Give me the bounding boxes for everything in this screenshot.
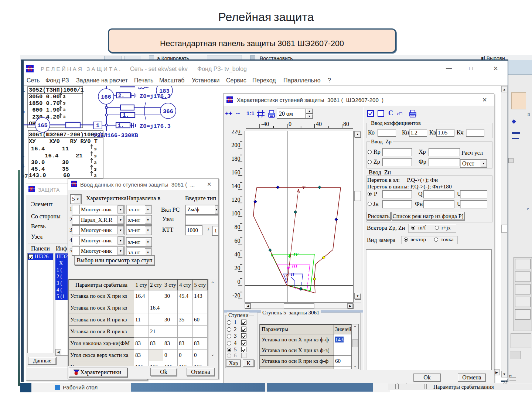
svg-text:Z0=j176.3: Z0=j176.3 [140,123,171,130]
svg-text:3052(ТЗНП)1000/1: 3052(ТЗНП)1000/1 [29,87,84,93]
svg-text:-40: -40 [261,121,269,127]
svg-text:30.0 30: 30.0 30 [31,159,69,166]
svg-text:3061(ШЭ2607-200)1000/1: 3061(ШЭ2607-200)1000/1 [29,132,105,138]
svg-text:143.0 60: 143.0 60 [29,172,70,179]
svg-text:э: э [24,109,25,115]
svg-text:40: 40 [235,251,241,258]
svg-text:60: 60 [235,238,241,244]
svg-text:0: 0 [289,121,291,127]
svg-text:183: 183 [159,88,170,95]
svg-text:1.: 1. [123,112,129,118]
svg-text:140: 140 [232,183,241,189]
svg-text:з: з [94,160,97,166]
svg-text:40: 40 [316,121,322,127]
svg-text:45.4 35: 45.4 35 [31,166,69,173]
svg-text:16.4 21: 16.4 21 [31,153,83,159]
svg-text:7: 7 [24,155,24,161]
svg-text:ХУ ХУ0 RУ RУ0 Т: ХУ ХУ0 RУ RУ0 Т [29,138,98,145]
svg-text:3050 0.00: 3050 0.00 [29,93,60,100]
svg-text:600 1.90: 600 1.90 [29,107,60,113]
svg-text:4: 4 [24,163,24,170]
svg-text:з: з [94,153,97,159]
svg-text:200: 200 [232,142,241,148]
svg-text:120: 120 [232,197,241,203]
svg-text:V: V [302,185,306,190]
svg-text:100: 100 [232,210,241,216]
svg-text:366: 366 [163,108,173,115]
svg-text:УЗЕЛ166-330КВ: УЗЕЛ166-330КВ [93,132,138,139]
svg-text:II: II [290,272,295,277]
svg-text:ОН: ОН [29,120,36,127]
svg-text:97: 97 [24,173,28,180]
svg-text:180: 180 [232,156,241,162]
svg-text:1.: 1. [118,123,124,129]
svg-text:20: 20 [235,265,241,271]
svg-text:з: з [94,167,97,172]
svg-text:160: 160 [232,169,241,175]
svg-text:з: з [94,173,97,178]
svg-text:з: з [63,114,66,120]
svg-text:з: з [63,94,66,99]
svg-text:-20: -20 [232,292,240,299]
svg-text:1: 1 [96,122,99,129]
svg-text:III: III [291,263,298,269]
svg-text:2.: 2. [118,93,125,99]
svg-text:0: 0 [238,279,241,285]
svg-text:16.4 11: 16.4 11 [31,146,69,152]
svg-text:166: 166 [101,94,111,100]
svg-text:80: 80 [343,121,349,127]
svg-text:IV: IV [293,252,299,257]
svg-text:з: з [63,107,66,113]
svg-text:з: з [94,146,97,152]
svg-text:1850 0.70: 1850 0.70 [29,100,60,107]
svg-text:1: 1 [24,87,25,93]
svg-text:80: 80 [235,224,241,230]
svg-text:165: 165 [37,122,48,129]
svg-text:220: 220 [232,130,241,134]
svg-text:з: з [63,100,66,106]
